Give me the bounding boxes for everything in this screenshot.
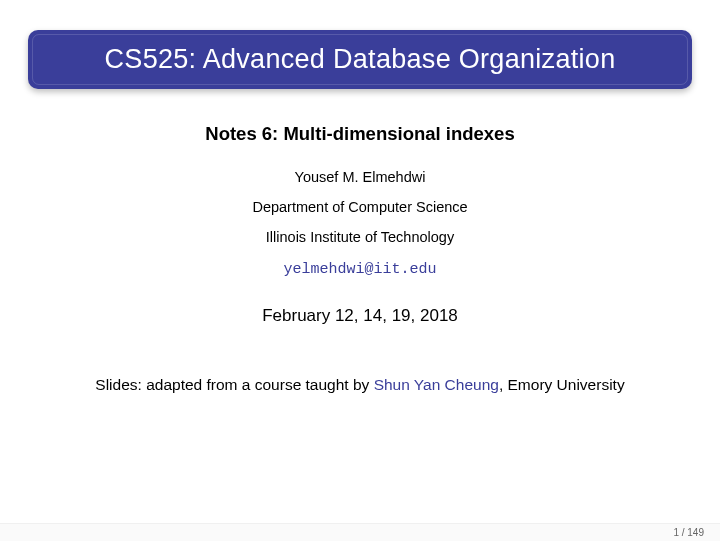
credits-prefix: Slides: adapted from a course taught by xyxy=(95,376,373,393)
slide-credits: Slides: adapted from a course taught by … xyxy=(0,376,720,394)
credits-person[interactable]: Shun Yan Cheung xyxy=(374,376,499,393)
credits-suffix: , Emory University xyxy=(499,376,625,393)
author-email[interactable]: yelmehdwi@iit.edu xyxy=(0,261,720,278)
content-block: Notes 6: Multi-dimensional indexes Youse… xyxy=(0,123,720,326)
title-bar: CS525: Advanced Database Organization xyxy=(28,30,692,89)
notes-subtitle: Notes 6: Multi-dimensional indexes xyxy=(0,123,720,145)
lecture-dates: February 12, 14, 19, 2018 xyxy=(0,306,720,326)
page-number: 1 / 149 xyxy=(673,527,704,538)
footer-bar: 1 / 149 xyxy=(0,523,720,541)
institution: Illinois Institute of Technology xyxy=(0,229,720,245)
department: Department of Computer Science xyxy=(0,199,720,215)
author-name: Yousef M. Elmehdwi xyxy=(0,169,720,185)
course-title: CS525: Advanced Database Organization xyxy=(48,44,672,75)
